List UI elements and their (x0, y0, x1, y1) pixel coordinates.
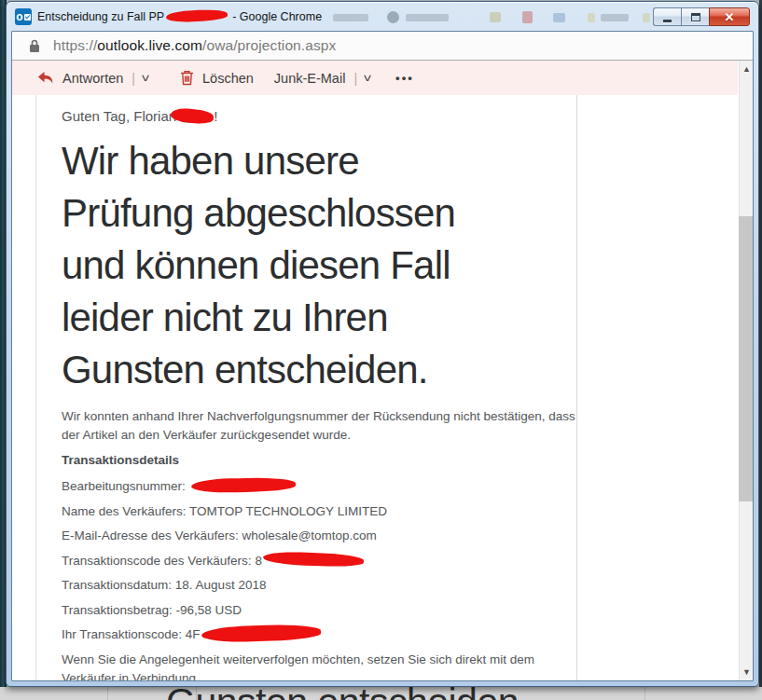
browser-client-area: https://outlook.live.com/owa/projection.… (11, 31, 754, 681)
ghost-text-icon (601, 14, 629, 21)
detail-row: Transaktionscode des Verkäufers: 8 (62, 552, 576, 570)
minimize-button[interactable] (653, 7, 681, 26)
window-controls: ✕ (653, 7, 750, 26)
body-paragraph: Wir konnten anhand Ihrer Nachverfolgungs… (62, 407, 576, 444)
outlook-favicon-icon: o (15, 8, 32, 25)
divider: | (353, 71, 357, 86)
detail-row: Bearbeitungsnummer: (62, 477, 576, 496)
ghost-text-icon (406, 14, 449, 21)
detail-row: Transaktionsbetrag: -96,58 USD (62, 601, 576, 620)
background-clipped-heading: Gunsten entscheiden. (166, 687, 529, 700)
maximize-button[interactable] (681, 7, 709, 26)
close-button[interactable]: ✕ (709, 7, 750, 26)
detail-row: Name des Verkäufers: TOMTOP TECHNOLOGY L… (62, 502, 576, 521)
ghost-circle-icon (387, 11, 399, 23)
divider: | (132, 71, 135, 86)
scroll-down-icon[interactable]: ▼ (740, 667, 754, 677)
chevron-down-icon[interactable]: ∨ (362, 72, 373, 84)
window-titlebar[interactable]: o Entscheidung zu Fall PP - Google Chrom… (7, 2, 758, 31)
window-title: Entscheidung zu Fall PP - Google Chrome (37, 10, 322, 23)
close-icon: ✕ (725, 10, 735, 24)
redaction-scribble (263, 552, 364, 569)
ghost-blue-icon (553, 13, 565, 22)
ghost-red-icon (522, 11, 533, 23)
screen: Gunsten entscheiden. o Entscheidung zu F… (0, 0, 762, 700)
junk-label: Junk-E-Mail (274, 71, 346, 86)
detail-row: Transaktionsdatum: 18. August 2018 (62, 576, 576, 595)
trash-icon (180, 70, 194, 86)
reply-button[interactable]: Antworten | ∨ (36, 70, 149, 86)
background-window-strip: Gunsten entscheiden. (0, 687, 762, 700)
reply-icon (36, 70, 54, 86)
more-commands-button[interactable]: ••• (395, 71, 414, 85)
greeting: Guten Tag, Florian! (62, 107, 576, 126)
delete-label: Löschen (202, 71, 254, 86)
delete-button[interactable]: Löschen (180, 70, 254, 86)
chevron-down-icon[interactable]: ∨ (140, 72, 151, 84)
pane-divider (35, 95, 36, 680)
decision-heading: Wir haben unsere Prüfung abgeschlossen u… (62, 135, 576, 396)
redaction-scribble (166, 8, 229, 22)
closing-paragraph: Wenn Sie die Angelegenheit weiterverfolg… (62, 651, 576, 680)
ghost-yellow-icon (588, 13, 595, 22)
email-message-body: Guten Tag, Florian! Wir haben unsere Prü… (62, 95, 576, 680)
detail-row: E-Mail-Adresse des Verkäufers: wholesale… (62, 527, 576, 545)
redaction-scribble (190, 477, 295, 494)
scrollbar[interactable]: ▲ ▼ (739, 61, 753, 680)
address-bar[interactable]: https://outlook.live.com/owa/projection.… (12, 32, 753, 61)
maximize-icon (691, 13, 700, 21)
ghost-text-icon (333, 14, 368, 21)
mail-toolbar: Antworten | ∨ Löschen Junk-E-Mail | ∨ (12, 61, 738, 95)
scrollbar-thumb[interactable] (739, 216, 753, 501)
ghost-folder-icon (490, 12, 501, 22)
background-divider (644, 687, 645, 700)
url-text[interactable]: https://outlook.live.com/owa/projection.… (53, 37, 336, 54)
minimize-icon (663, 20, 672, 22)
redaction-scribble (201, 624, 321, 643)
reading-pane: Guten Tag, Florian! Wir haben unsere Prü… (12, 95, 738, 680)
transaction-details-heading: Transaktionsdetails (62, 452, 576, 469)
browser-window: o Entscheidung zu Fall PP - Google Chrom… (6, 1, 759, 687)
redaction-scribble (171, 107, 215, 124)
ghost-yellow-icon (643, 13, 650, 22)
junk-button[interactable]: Junk-E-Mail | ∨ (274, 71, 371, 86)
scroll-up-icon[interactable]: ▲ (740, 64, 754, 74)
background-divider (107, 687, 108, 700)
padlock-icon[interactable] (29, 38, 40, 53)
reply-label: Antworten (62, 71, 123, 86)
message-right-border (576, 95, 577, 680)
detail-row: Ihr Transaktionscode: 4F (62, 625, 576, 644)
